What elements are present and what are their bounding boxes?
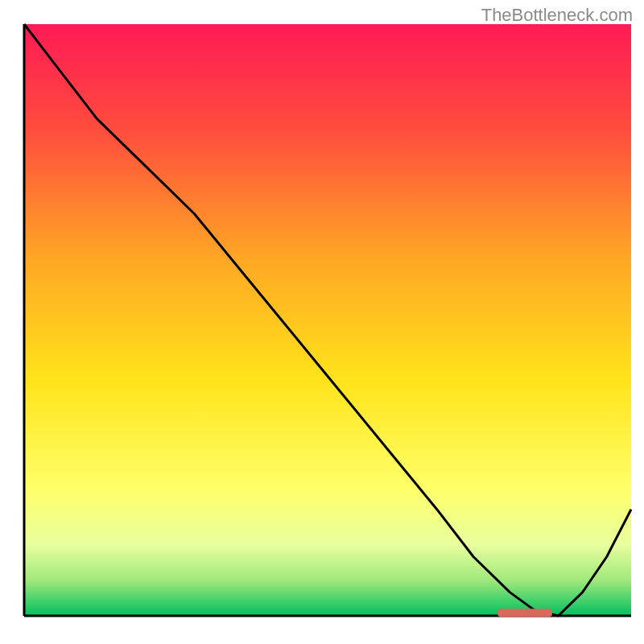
chart-root: TheBottleneck.com bbox=[0, 0, 644, 644]
chart-background bbox=[24, 24, 631, 616]
watermark-text: TheBottleneck.com bbox=[481, 5, 633, 26]
optimal-range-marker bbox=[497, 609, 552, 617]
bottleneck-chart bbox=[0, 0, 644, 644]
